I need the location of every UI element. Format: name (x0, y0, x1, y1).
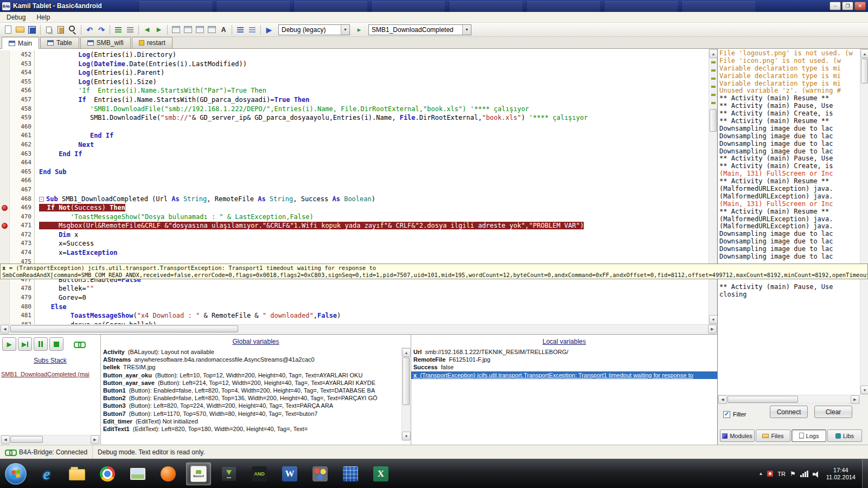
step-button[interactable] (18, 337, 32, 351)
indent-icon[interactable] (235, 24, 246, 35)
global-variable-row[interactable]: Button_ayar_save (Button): Left=214, Top… (101, 379, 411, 387)
breakpoint-gutter[interactable] (0, 86, 10, 95)
local-variable-row[interactable]: Url smb://192.168.1.222/TEKNIK_RESIM/TRE… (411, 348, 717, 356)
scroll-right-icon[interactable]: ▶ (708, 325, 717, 333)
menu-help[interactable]: Help (31, 12, 55, 22)
breakpoint-gutter[interactable] (0, 78, 10, 87)
graphics-app-icon[interactable] (308, 463, 333, 485)
global-variable-row[interactable]: Button1 (Button): Enabled=false, Left=82… (101, 387, 411, 394)
breakpoint-gutter[interactable] (0, 176, 10, 185)
log-line[interactable]: ** Activity (main) Create, is (719, 110, 860, 118)
global-variable-row[interactable]: Button2 (Button): Enabled=false, Left=82… (101, 394, 411, 402)
local-variable-row[interactable]: Success false (411, 363, 717, 371)
code-line[interactable]: 472 Dim x (0, 230, 709, 240)
code-line[interactable]: 474 x=LastException (0, 248, 709, 258)
remote-desktop-icon[interactable] (338, 463, 363, 485)
log-line[interactable]: (Main, 131) FullScreen or Inc (719, 201, 860, 208)
log-line[interactable]: Downsampling image due to lac (719, 133, 860, 140)
action-center-icon[interactable] (790, 470, 796, 478)
tab-files[interactable]: Files (756, 429, 790, 442)
breakpoint-gutter[interactable] (0, 311, 10, 320)
code-line[interactable]: 480 Else (0, 303, 709, 312)
apk-installer-icon[interactable] (216, 463, 241, 485)
breakpoint-gutter[interactable] (0, 113, 10, 123)
log-line[interactable]: ** Activity (main) Resume ** (719, 118, 860, 125)
log-line[interactable]: ** Activity (main) Create, is (719, 163, 860, 170)
log-line[interactable]: Downsampling image due to lac (719, 253, 860, 261)
designer-layout-icon[interactable] (206, 24, 217, 35)
breakpoint-gutter[interactable] (0, 60, 10, 69)
resume-button[interactable] (2, 337, 16, 351)
code-line[interactable]: 468-Sub SMB1_DownloadCompleted (Url As S… (0, 195, 709, 204)
scroll-right-icon[interactable]: ▶ (851, 395, 859, 404)
breakpoint-gutter[interactable] (0, 95, 10, 105)
code-line[interactable]: 455 Log(Entries(i).Size) (0, 78, 709, 87)
log-line[interactable]: Downsampling image due to lac (719, 230, 860, 238)
pause-button[interactable] (34, 337, 48, 351)
code-line[interactable]: 454 Log(Entries(i).Parent) (0, 68, 709, 78)
code-line[interactable]: 479 Gorev=0 (0, 293, 709, 303)
sub-nav-icon[interactable] (354, 24, 365, 35)
global-variable-row[interactable]: Activity (BALayout): Layout not availabl… (101, 348, 411, 356)
code-line[interactable]: 469 If Not(Success) Then (0, 203, 709, 213)
windows-explorer-icon[interactable] (65, 463, 90, 485)
undo-icon[interactable] (84, 24, 95, 35)
log-line[interactable]: ** Activity (main) Pause, Use (719, 284, 860, 291)
code-line[interactable]: 463 End If (0, 150, 709, 159)
subs-stack-item[interactable]: SMB1_DownloadCompleted (mai (1, 371, 100, 377)
code-editor[interactable]: 452 Log(Entries(i).Directory)453 Log(Dat… (0, 49, 709, 324)
code-line[interactable]: 471 Msgbox(Url&RemoteFile&CRLF &"dosyası… (0, 221, 709, 230)
breakpoint-gutter[interactable] (0, 50, 10, 60)
open-project-icon[interactable] (15, 24, 25, 35)
log-line[interactable]: ** Activity (main) Resume ** (719, 208, 860, 216)
code-line[interactable]: 457 If Entries(i).Name.StartsWith(GD_par… (0, 95, 709, 105)
tab-main[interactable]: Main (2, 37, 39, 49)
log-line[interactable]: (Main, 131) FullScreen or Inc (719, 170, 860, 178)
media-player-icon[interactable] (156, 463, 181, 485)
designer-module-icon[interactable] (194, 24, 205, 35)
image-viewer-icon[interactable] (125, 463, 150, 485)
log-line[interactable]: Downsampling image due to lac (719, 246, 860, 253)
code-line[interactable]: 452 Log(Entries(i).Directory) (0, 50, 709, 60)
breakpoint-gutter[interactable] (0, 195, 10, 204)
breakpoint-gutter[interactable] (0, 303, 10, 312)
filter-checkbox[interactable] (723, 411, 730, 418)
close-button[interactable] (854, 2, 866, 10)
log-line[interactable]: (MalformedURLException) java. (719, 223, 860, 230)
comment-icon[interactable] (113, 24, 124, 35)
clock[interactable]: 17:44 11.02.2014 (826, 467, 856, 481)
clear-button[interactable]: Clear (814, 406, 852, 418)
tab-modules[interactable]: Modules (720, 429, 755, 442)
tab-logs[interactable]: Logs (792, 429, 826, 442)
show-desktop-button[interactable] (862, 459, 868, 488)
new-file-icon[interactable] (3, 24, 14, 35)
subs-horizontal-scrollbar[interactable]: ◀ ▶ (1, 435, 100, 444)
designer-grid-icon[interactable] (182, 24, 193, 35)
global-variable-row[interactable]: Button_ayar_oku (Button): Left=10, Top=1… (101, 371, 411, 379)
breakpoint-gutter[interactable] (0, 320, 10, 324)
breakpoint-gutter[interactable] (0, 284, 10, 293)
log-line[interactable]: Downsampling image due to lac (719, 125, 860, 133)
minimize-button[interactable] (829, 2, 841, 10)
global-variable-row[interactable]: Button3 (Button): Left=820, Top=224, Wid… (101, 402, 411, 409)
code-line[interactable]: 466 (0, 176, 709, 185)
scrollbar-thumb[interactable] (10, 436, 43, 443)
connect-button[interactable]: Connect (770, 406, 808, 418)
maximize-button[interactable] (842, 2, 853, 10)
breakpoint-gutter[interactable] (0, 239, 10, 248)
globals-vertical-scrollbar[interactable]: ▲ ▼ (401, 348, 410, 441)
sub-select[interactable]: SMB1_DownloadCompleted ▼ (368, 24, 471, 35)
code-line[interactable]: 464 (0, 158, 709, 168)
breakpoint-gutter[interactable] (0, 221, 10, 230)
log-line[interactable]: (MalformedURLException) java. (719, 216, 860, 223)
breakpoint-gutter[interactable] (0, 150, 10, 159)
excel-icon[interactable] (368, 463, 393, 485)
code-line[interactable]: 456 'If Entries(i).Name.StartsWith("Par"… (0, 86, 709, 95)
tab-table[interactable]: Table (40, 37, 79, 48)
log-line[interactable]: ** Activity (main) Pause, Use (719, 102, 860, 110)
code-line[interactable]: 461 End If (0, 131, 709, 140)
uncomment-icon[interactable] (125, 24, 136, 35)
log-line[interactable]: Unused variable 'z'. (warning # (719, 87, 860, 95)
global-variable-row[interactable]: Edit_timer (EditText) Not initialized (101, 418, 411, 425)
breakpoint-gutter[interactable] (0, 105, 10, 114)
